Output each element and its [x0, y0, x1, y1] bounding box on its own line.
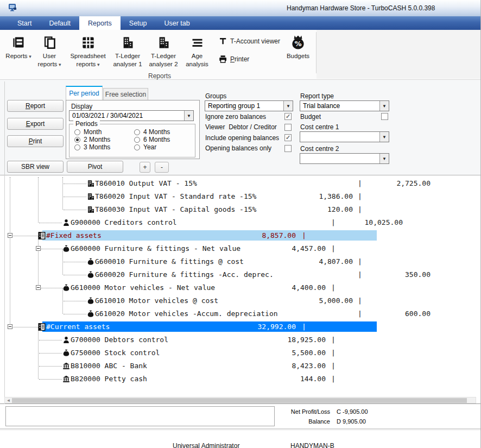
chevron-down-icon[interactable]: ▼	[283, 101, 293, 111]
tree-row[interactable]: G600020 Furniture & fittings -Acc. depre…	[0, 268, 481, 281]
tree-connector	[64, 210, 86, 210]
horizontal-scrollbar[interactable]: ◄	[4, 397, 476, 403]
periods-radio-grid: Month2 Months3 Months4 Months6 MonthsYea…	[74, 128, 194, 151]
account-label: #Fixed assets	[46, 231, 102, 239]
radio-year[interactable]: Year	[134, 143, 194, 151]
chevron-down-icon[interactable]: ▼	[379, 132, 389, 142]
cost-centre-1-combo[interactable]: ▼	[300, 131, 389, 142]
tree-row[interactable]: B810000 ABC - Bank8,423.00|	[0, 359, 481, 373]
tree-row[interactable]: G610010 Motor vehicles @ cost5,000.00|	[0, 294, 481, 307]
account-label: G610010 Motor vehicles @ cost	[95, 296, 218, 305]
spreadsheet-reports-button[interactable]: Spreadsheet reports ▾	[66, 31, 110, 68]
groups-combo[interactable]: Reporting group 1 ▼	[205, 100, 293, 111]
ribbon-group-label: Reports	[124, 72, 195, 80]
budget-label: Budget	[300, 113, 321, 121]
radio-4-months[interactable]: 4 Months	[134, 128, 194, 136]
user-reports-button[interactable]: User reports ▾	[33, 31, 66, 68]
tree-row[interactable]: G700000 Debtors control18,925.00|	[0, 333, 481, 346]
radio-3-months[interactable]: 3 Months	[74, 143, 134, 151]
tree-row[interactable]: #Current assets32,992.00|	[0, 320, 481, 333]
report-type-combo[interactable]: Trial balance ▼	[300, 100, 389, 111]
tab-reports[interactable]: Reports	[79, 16, 121, 30]
radio-2-months[interactable]: 2 Months	[74, 136, 134, 143]
report-type-label: Report type	[300, 92, 334, 100]
account-label: G610000 Motor vehicles - Net value	[71, 283, 215, 292]
account-label: G600010 Furniture & fittings @ cost	[95, 257, 244, 266]
ribbon-item-label: Reports ▾	[4, 52, 33, 60]
printer-button[interactable]: Printer	[218, 53, 280, 65]
opening-balances-only-checkbox[interactable]	[284, 145, 292, 152]
chevron-down-icon[interactable]: ▼	[379, 101, 389, 111]
column-separator: |	[331, 375, 336, 383]
tab-free-selection[interactable]: Free selection	[103, 88, 148, 100]
t-ledger-analyser-1-button[interactable]: T-Ledger analyser 1	[110, 31, 145, 68]
t-ledger-analyser-2-button[interactable]: T-Ledger analyser 2	[145, 31, 181, 68]
tree-row[interactable]: T860030 Input VAT - Capital goods -15%12…	[0, 203, 481, 216]
pivot-button[interactable]: Pivot	[67, 161, 123, 173]
chevron-down-icon[interactable]: ▼	[379, 154, 389, 163]
credit-amount: 350.00	[344, 270, 431, 279]
t-ledger-icon	[145, 33, 181, 52]
budgets-button[interactable]: %Budgets	[282, 31, 314, 60]
cost-centre-2-combo[interactable]: ▼	[300, 153, 389, 164]
check-row-ignore-zero-balances: Ignore zero balances✓	[205, 113, 292, 120]
account-label: G610020 Motor vehicles -Accum. depreciat…	[95, 310, 278, 318]
t-ledger-icon	[110, 33, 145, 52]
app-icon	[8, 3, 17, 12]
budget-check-row: Budget	[300, 113, 388, 120]
expander-minus-icon[interactable]	[8, 233, 12, 238]
expand-all-button[interactable]: +	[140, 162, 150, 173]
column-separator: |	[358, 257, 362, 266]
viewer-debtor-creditor-checkbox[interactable]	[284, 124, 292, 131]
display-label: Display	[71, 103, 92, 110]
reports-button[interactable]: Reports ▾	[4, 31, 33, 68]
ignore-zero-balances-checkbox[interactable]: ✓	[284, 113, 292, 120]
tree-row[interactable]: #Fixed assets8,857.00|	[0, 229, 481, 242]
print-button[interactable]: Print	[7, 135, 64, 147]
status-bar: Universal Administrator HANDYMAN-B	[0, 430, 480, 448]
tab-default[interactable]: Default	[40, 16, 79, 30]
scroll-left-icon[interactable]: ◄	[5, 398, 11, 403]
radio-6-months[interactable]: 6 Months	[134, 136, 194, 143]
budget-checkbox[interactable]	[381, 113, 388, 120]
filter-panel: Report Export Print SBR view Pivot + - P…	[0, 80, 480, 175]
expander-minus-icon[interactable]	[36, 246, 41, 251]
t-account-viewer-button[interactable]: T-Account viewer	[218, 35, 280, 47]
tab-setup[interactable]: Setup	[121, 16, 156, 30]
tree-row[interactable]: T860010 Output VAT - 15%|2,725.00	[0, 177, 481, 190]
balance-value: D 9,905.00	[337, 418, 366, 425]
chevron-down-icon[interactable]: ▼	[184, 111, 193, 121]
age-analysis-button[interactable]: Age analysis	[181, 31, 213, 68]
radio-month[interactable]: Month	[74, 128, 134, 136]
radio-circle	[74, 137, 80, 143]
debit-amount: 4,400.00	[239, 283, 326, 292]
export-button[interactable]: Export	[7, 118, 64, 130]
credit-amount: 2,725.00	[344, 179, 431, 187]
age-analysis-icon	[181, 33, 213, 52]
tree-connector	[13, 236, 37, 236]
display-period-combo[interactable]: 01/03/2021 / 30/04/2021 ▼	[69, 110, 194, 121]
scrollbar-thumb[interactable]	[12, 398, 467, 403]
account-label: G600000 Furniture & fittings - Net value	[71, 244, 240, 253]
report-button[interactable]: Report	[7, 100, 64, 112]
account-label: T860030 Input VAT - Capital goods -15%	[95, 205, 256, 213]
tab-start[interactable]: Start	[9, 16, 40, 30]
include-opening-balances-checkbox[interactable]: ✓	[284, 134, 292, 141]
tree-row[interactable]: G610020 Motor vehicles -Accum. depreciat…	[0, 307, 481, 320]
collapse-all-button[interactable]: -	[155, 162, 169, 173]
tree-row[interactable]: G610000 Motor vehicles - Net value4,400.…	[0, 281, 481, 294]
tree-row[interactable]: G750000 Stock control5,500.00|	[0, 346, 481, 359]
tab-user-tab[interactable]: User tab	[155, 16, 198, 30]
tree-row[interactable]: G600010 Furniture & fittings @ cost4,807…	[0, 255, 481, 268]
column-separator: |	[302, 231, 306, 239]
tab-per-period[interactable]: Per period	[66, 86, 103, 100]
expander-minus-icon[interactable]	[8, 324, 12, 329]
tree-row[interactable]: T860020 Input VAT - Standard rate -15%1,…	[0, 190, 481, 203]
tree-row[interactable]: G600000 Furniture & fittings - Net value…	[0, 242, 481, 255]
account-label: G700000 Debtors control	[71, 336, 168, 344]
tree-connector	[39, 340, 62, 340]
expander-minus-icon[interactable]	[36, 285, 41, 290]
tree-row[interactable]: B820000 Petty cash144.00|	[0, 373, 481, 386]
tree-row[interactable]: G900000 Creditors control|10,025.00	[0, 216, 481, 229]
sbr-view-button[interactable]: SBR view	[7, 161, 64, 173]
